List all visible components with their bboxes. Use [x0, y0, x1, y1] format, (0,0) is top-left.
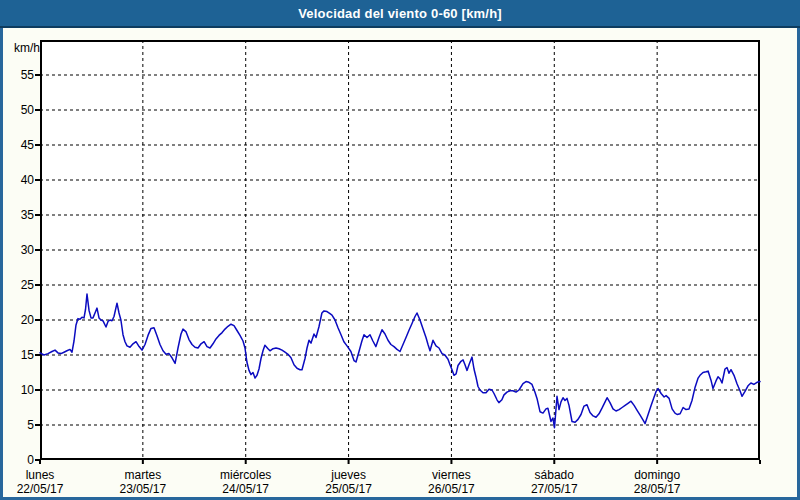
day-name: miércoles [220, 468, 271, 482]
x-day-label: jueves25/05/17 [325, 468, 372, 496]
y-tick-label: 20 [3, 313, 34, 327]
y-tick-label: 5 [3, 418, 34, 432]
x-day-label: miércoles24/05/17 [220, 468, 271, 496]
y-tick-label: 50 [3, 103, 34, 117]
day-name: sábado [531, 468, 578, 482]
y-tick-label: 55 [3, 68, 34, 82]
x-day-label: lunes22/05/17 [17, 468, 64, 496]
day-name: viernes [428, 468, 475, 482]
y-tick-label: 30 [3, 243, 34, 257]
x-day-label: sábado27/05/17 [531, 468, 578, 496]
chart-window: Velocidad del viento 0-60 [km/h] km/h 05… [0, 0, 800, 500]
x-day-label: martes23/05/17 [119, 468, 166, 496]
day-name: lunes [17, 468, 64, 482]
day-name: domingo [634, 468, 681, 482]
wind-speed-chart [40, 40, 760, 460]
x-day-label: viernes26/05/17 [428, 468, 475, 496]
y-tick-label: 15 [3, 348, 34, 362]
x-day-label: domingo28/05/17 [634, 468, 681, 496]
day-date: 23/05/17 [119, 482, 166, 496]
day-name: jueves [325, 468, 372, 482]
day-date: 27/05/17 [531, 482, 578, 496]
day-date: 28/05/17 [634, 482, 681, 496]
day-date: 26/05/17 [428, 482, 475, 496]
day-date: 24/05/17 [220, 482, 271, 496]
y-tick-label: 10 [3, 383, 34, 397]
day-date: 22/05/17 [17, 482, 64, 496]
y-tick-label: 45 [3, 138, 34, 152]
day-date: 25/05/17 [325, 482, 372, 496]
title-bar: Velocidad del viento 0-60 [km/h] [0, 0, 800, 28]
y-tick-label: 40 [3, 173, 34, 187]
y-tick-label: 35 [3, 208, 34, 222]
y-axis-unit-label: km/h [3, 41, 40, 55]
y-tick-label: 25 [3, 278, 34, 292]
y-tick-label: 0 [3, 453, 34, 467]
chart-content-area: km/h 0510152025303540455055 lunes22/05/1… [0, 28, 800, 500]
chart-title: Velocidad del viento 0-60 [km/h] [298, 6, 502, 21]
day-name: martes [119, 468, 166, 482]
